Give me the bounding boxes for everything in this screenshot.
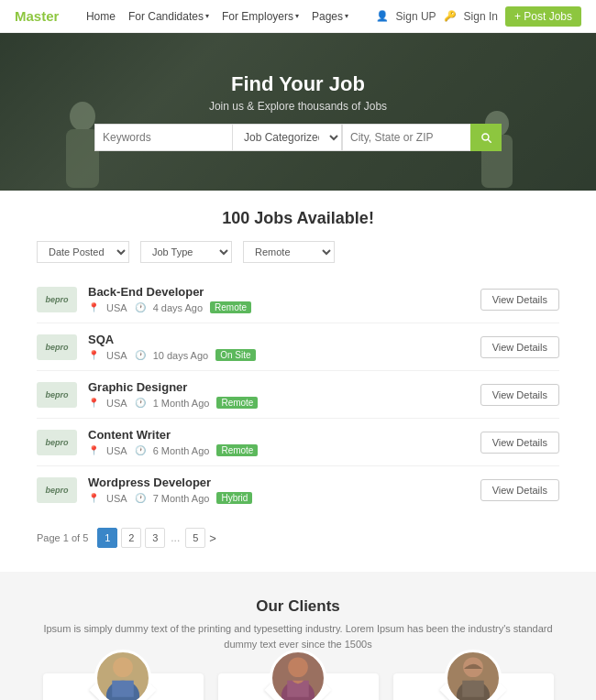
job-time-2: 10 days Ago	[153, 350, 209, 361]
job-info-1: Back-End Developer 📍 USA 🕐 4 days Ago Re…	[88, 285, 251, 313]
job-meta-3: 📍 USA 🕐 1 Month Ago Remote	[88, 397, 258, 409]
job-badge-3: Remote	[216, 397, 258, 409]
search-button[interactable]	[470, 124, 502, 151]
job-time-1: 4 days Ago	[153, 302, 203, 313]
job-location-5: USA	[106, 493, 127, 504]
jobs-list: bepro Back-End Developer 📍 USA 🕐 4 days …	[37, 276, 559, 513]
job-info-4: Content Writer 📍 USA 🕐 6 Month Ago Remot…	[88, 428, 258, 456]
client-avatar-container-1	[56, 673, 191, 700]
view-details-button-4[interactable]: View Details	[480, 432, 559, 454]
job-title-1: Back-End Developer	[88, 285, 251, 299]
hero-title: Find Your Job	[94, 72, 502, 96]
job-location-1: USA	[106, 302, 127, 313]
location-icon-1: 📍	[88, 302, 99, 312]
date-posted-filter[interactable]: Date Posted Today Last 7 days Last 30 da…	[37, 241, 129, 263]
page-button-1[interactable]: 1	[97, 528, 117, 548]
list-item: Lorem ipsum dolor sit amet, consectetur …	[43, 673, 204, 700]
search-icon	[480, 131, 492, 144]
navbar-actions: 👤 Sign UP 🔑 Sign In + Post Jobs	[376, 6, 581, 27]
sign-in-link[interactable]: Sign In	[464, 10, 498, 23]
job-title-5: Wordpress Developer	[88, 476, 252, 489]
nav-links: Home For Candidates ▾ For Employers ▾ Pa…	[86, 10, 348, 23]
table-row: bepro Back-End Developer 📍 USA 🕐 4 days …	[37, 276, 559, 323]
job-type-filter[interactable]: Job Type Full Time Part Time Freelance	[140, 241, 232, 263]
location-icon-5: 📍	[88, 493, 99, 503]
logo-accent: Master	[15, 8, 59, 24]
company-logo-1: bepro	[37, 287, 77, 312]
table-row: bepro Graphic Designer 📍 USA 🕐 1 Month A…	[37, 371, 559, 419]
logo[interactable]: Master	[15, 8, 59, 24]
nav-candidates[interactable]: For Candidates ▾	[128, 10, 209, 23]
company-logo-2: bepro	[37, 334, 77, 360]
post-jobs-button[interactable]: + Post Jobs	[505, 6, 581, 27]
chevron-down-icon: ▾	[295, 12, 299, 20]
svg-rect-12	[462, 681, 483, 697]
view-details-button-2[interactable]: View Details	[480, 336, 559, 358]
company-logo-5: bepro	[37, 477, 77, 503]
clock-icon-4: 🕐	[135, 445, 146, 455]
location-icon-2: 📍	[88, 350, 99, 360]
clients-description: Ipsum is simply dummy text of the printi…	[37, 621, 559, 651]
chevron-down-icon: ▾	[205, 12, 209, 20]
job-meta-5: 📍 USA 🕐 7 Month Ago Hybrid	[88, 492, 252, 504]
person-svg-2	[272, 652, 324, 700]
signin-icon: 🔑	[444, 10, 457, 22]
location-icon-4: 📍	[88, 445, 99, 455]
chevron-down-icon: ▾	[345, 12, 348, 20]
job-card-left-5: bepro Wordpress Developer 📍 USA 🕐 7 Mont…	[37, 476, 252, 504]
job-meta-4: 📍 USA 🕐 6 Month Ago Remote	[88, 444, 258, 456]
job-card-left-3: bepro Graphic Designer 📍 USA 🕐 1 Month A…	[37, 380, 258, 409]
view-details-button-1[interactable]: View Details	[480, 289, 559, 311]
clients-title: Our Clients	[37, 597, 559, 616]
remote-filter[interactable]: Remote Remote On Site Hybrid	[243, 241, 335, 263]
nav-pages[interactable]: Pages ▾	[312, 10, 348, 23]
location-input[interactable]	[342, 124, 470, 151]
job-card-left-1: bepro Back-End Developer 📍 USA 🕐 4 days …	[37, 285, 251, 313]
pagination-next[interactable]: >	[209, 531, 216, 545]
avatar-3	[445, 650, 502, 700]
hero-subtitle: Join us & Explore thousands of Jobs	[94, 100, 502, 113]
job-location-3: USA	[106, 398, 127, 409]
sign-up-link[interactable]: Sign UP	[396, 10, 436, 23]
page-button-2[interactable]: 2	[121, 528, 141, 548]
view-details-button-5[interactable]: View Details	[480, 479, 559, 501]
job-time-4: 6 Month Ago	[153, 445, 210, 456]
page-button-5[interactable]: 5	[185, 528, 205, 548]
svg-point-0	[70, 102, 95, 131]
job-badge-5: Hybrid	[216, 492, 252, 504]
job-badge-4: Remote	[216, 444, 258, 456]
job-title-4: Content Writer	[88, 428, 258, 442]
client-avatar-container-2	[231, 673, 366, 700]
clock-icon-2: 🕐	[135, 350, 146, 360]
clients-cards: Lorem ipsum dolor sit amet, consectetur …	[37, 673, 559, 700]
job-badge-2: On Site	[215, 349, 255, 361]
avatar-1	[94, 650, 151, 700]
job-info-5: Wordpress Developer 📍 USA 🕐 7 Month Ago …	[88, 476, 252, 504]
job-badge-1: Remote	[210, 301, 251, 313]
svg-point-7	[288, 657, 308, 677]
category-select[interactable]: Job Categorized	[232, 124, 342, 151]
view-details-button-3[interactable]: View Details	[480, 384, 559, 406]
table-row: bepro Wordpress Developer 📍 USA 🕐 7 Mont…	[37, 466, 559, 513]
person-svg-1	[97, 652, 149, 700]
svg-point-4	[113, 657, 133, 677]
nav-employers[interactable]: For Employers ▾	[222, 10, 299, 23]
list-item: Lorem ipsum dolor sit amet, consectetur …	[218, 673, 379, 700]
job-card-left-2: bepro SQA 📍 USA 🕐 10 days Ago On Site	[37, 333, 256, 361]
client-avatar-container-3	[406, 673, 541, 700]
location-icon-3: 📍	[88, 398, 99, 408]
page-button-3[interactable]: 3	[145, 528, 165, 548]
clock-icon-1: 🕐	[135, 302, 146, 312]
svg-rect-6	[112, 681, 133, 697]
job-location-4: USA	[106, 445, 127, 456]
job-card-left-4: bepro Content Writer 📍 USA 🕐 6 Month Ago…	[37, 428, 258, 456]
company-logo-4: bepro	[37, 430, 77, 455]
user-icon: 👤	[376, 10, 389, 22]
navbar: Master Home For Candidates ▾ For Employe…	[0, 0, 596, 33]
job-time-3: 1 Month Ago	[153, 398, 210, 409]
keyword-input[interactable]	[94, 124, 232, 151]
hero-search-bar: Job Categorized	[94, 124, 502, 151]
nav-home[interactable]: Home	[86, 10, 116, 23]
job-time-5: 7 Month Ago	[153, 493, 210, 504]
table-row: bepro Content Writer 📍 USA 🕐 6 Month Ago…	[37, 419, 559, 466]
